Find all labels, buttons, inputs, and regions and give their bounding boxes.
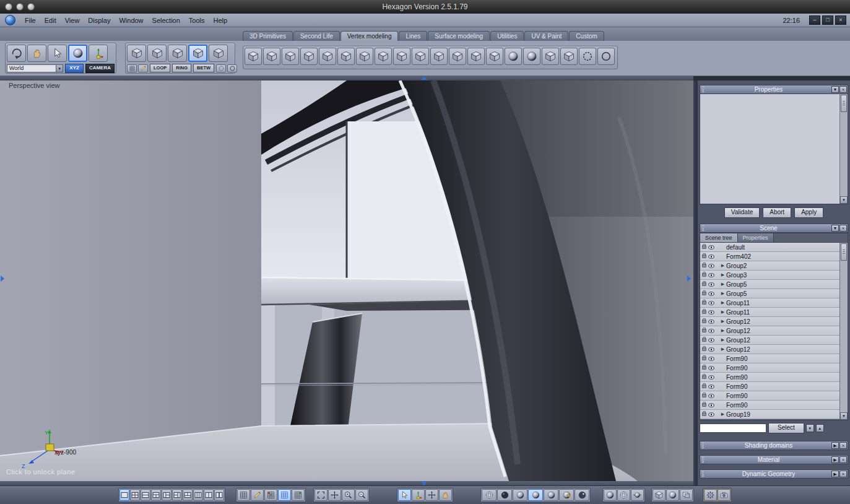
sphere-view-icon[interactable] xyxy=(68,45,87,62)
quadrangulate-tool-icon[interactable] xyxy=(542,48,559,65)
eye-icon[interactable] xyxy=(708,264,714,268)
material-shading-icon[interactable] xyxy=(559,489,574,501)
zoom-out-icon[interactable] xyxy=(355,489,368,501)
scene-tree-row[interactable]: ▶ Form402 xyxy=(700,252,839,261)
scene-tree-row[interactable]: ▶ Group12 xyxy=(700,326,839,336)
eye-icon[interactable] xyxy=(708,329,714,333)
lock-icon[interactable] xyxy=(702,245,706,249)
panel-toggle-icon[interactable] xyxy=(680,489,693,501)
zoom-in-icon[interactable] xyxy=(342,489,355,501)
area-select-icon[interactable] xyxy=(127,64,137,72)
panel-expand-icon[interactable]: ▶ xyxy=(831,442,839,449)
lock-icon[interactable] xyxy=(702,338,706,342)
expand-arrow-icon[interactable]: ▶ xyxy=(720,347,726,352)
properties-panel-header[interactable]: Properties ▼ × xyxy=(700,85,848,94)
expand-arrow-icon[interactable]: ▶ xyxy=(720,412,726,417)
menu-item[interactable]: Selection xyxy=(148,17,184,24)
eye-icon[interactable] xyxy=(708,282,714,287)
shading-domains[interactable]: Shading domains ▶ × xyxy=(700,441,848,450)
lock-icon[interactable] xyxy=(702,329,706,332)
minimize-button[interactable]: – xyxy=(809,15,820,25)
ring-selection-icon[interactable] xyxy=(227,64,237,72)
orbit-camera-icon[interactable] xyxy=(7,45,26,62)
tab-scene-tree[interactable]: Scene tree xyxy=(700,233,738,242)
properties-scroll-down-button[interactable]: ▼ xyxy=(840,196,848,204)
scene-tree-scrollbar-thumb[interactable] xyxy=(841,243,847,261)
layout-two-columns-icon[interactable] xyxy=(204,489,214,501)
eye-icon[interactable] xyxy=(708,385,714,389)
center-selection-icon[interactable] xyxy=(328,489,341,501)
smoothing-tool-icon[interactable] xyxy=(245,48,262,65)
eye-icon[interactable] xyxy=(708,319,714,324)
scene-tree-row[interactable]: ▶ Group5 xyxy=(700,289,839,298)
zoom-window-button[interactable] xyxy=(27,3,35,11)
cursor-tool-icon[interactable] xyxy=(48,45,67,62)
scene-panel-header[interactable]: Scene ▼ × xyxy=(700,224,848,233)
lock-icon[interactable] xyxy=(702,385,706,388)
menu-item[interactable]: File xyxy=(20,17,40,24)
tab-uv-paint[interactable]: UV & Paint xyxy=(524,31,568,41)
grid-display-icon[interactable] xyxy=(237,489,250,501)
eye-icon[interactable] xyxy=(708,292,714,296)
lock-icon[interactable] xyxy=(702,310,706,314)
tab-scene-properties[interactable]: Properties xyxy=(738,233,774,242)
apply-button[interactable]: Apply xyxy=(794,207,823,218)
material-display-icon[interactable] xyxy=(666,489,679,501)
dissolve-tool-icon[interactable] xyxy=(486,48,503,65)
dynamic-geometry[interactable]: Dynamic Geometry ▶ × xyxy=(700,469,848,479)
panel-expand-icon[interactable]: ▶ xyxy=(831,471,839,477)
eye-icon[interactable] xyxy=(708,347,714,352)
point-shading-icon[interactable] xyxy=(575,489,589,501)
eye-icon[interactable] xyxy=(708,375,714,380)
triangulate-tool-icon[interactable] xyxy=(523,48,540,65)
scene-tree-row[interactable]: ▶ Form90 xyxy=(700,391,839,401)
close-window-button[interactable] xyxy=(5,3,12,11)
right-panel-collapse-icon[interactable] xyxy=(687,276,691,282)
expand-arrow-icon[interactable]: ▶ xyxy=(720,310,726,315)
lock-icon[interactable] xyxy=(702,282,706,286)
scene-tree-row[interactable]: ▶ Group12 xyxy=(700,336,839,345)
layout-two-rows-icon[interactable] xyxy=(141,489,150,501)
layout-top-split-icon[interactable] xyxy=(151,489,161,501)
extract-around-tool-icon[interactable] xyxy=(300,48,318,65)
panel-close-icon[interactable]: × xyxy=(839,456,847,463)
loop-select-button[interactable]: LOOP xyxy=(150,64,170,72)
lock-icon[interactable] xyxy=(702,273,706,277)
tab-custom[interactable]: Custom xyxy=(569,31,604,41)
expand-arrow-icon[interactable]: ▶ xyxy=(720,319,726,324)
decimate-tool-icon[interactable] xyxy=(505,48,522,65)
expand-arrow-icon[interactable]: ▶ xyxy=(720,328,726,333)
camera-mode-button[interactable]: CAMERA xyxy=(85,64,115,73)
eye-icon[interactable] xyxy=(708,338,714,342)
wireframe-shading-icon[interactable] xyxy=(482,489,497,501)
close-surface-tool-icon[interactable] xyxy=(467,48,485,65)
scene-filter-input[interactable] xyxy=(700,424,766,433)
tab-second-life[interactable]: Second Life xyxy=(293,31,340,41)
perspective-viewport[interactable]: Perspective view Y Z X xyz-900 Click to … xyxy=(0,80,693,481)
eye-icon[interactable] xyxy=(708,357,714,361)
fit-view-icon[interactable] xyxy=(314,489,327,501)
scene-tree-row[interactable]: ▶ Group3 xyxy=(700,271,839,280)
select-down-icon[interactable]: ▼ xyxy=(806,424,814,432)
hidden-line-shading-icon[interactable] xyxy=(497,489,512,501)
lock-icon[interactable] xyxy=(702,412,706,416)
expand-up-icon[interactable] xyxy=(421,76,427,80)
stretch-tool-icon[interactable] xyxy=(263,48,280,65)
lock-icon[interactable] xyxy=(702,394,706,398)
copy-tool-icon[interactable] xyxy=(282,48,299,65)
tab-lines[interactable]: Lines xyxy=(399,31,427,41)
top-splitter[interactable] xyxy=(0,76,693,80)
snap-lines-icon[interactable] xyxy=(278,489,291,501)
properties-close-icon[interactable]: × xyxy=(839,86,847,93)
scene-tree-row[interactable]: ▶ Form90 xyxy=(700,373,839,382)
scene-tree-row[interactable]: ▶ Group5 xyxy=(700,280,839,289)
target-weld-tool-icon[interactable] xyxy=(412,48,429,65)
select-up-icon[interactable]: ▲ xyxy=(816,424,824,432)
validate-button[interactable]: Validate xyxy=(724,207,760,218)
scene-tree-row[interactable]: ▶ default xyxy=(700,243,839,252)
layout-four-views-icon[interactable] xyxy=(130,489,140,501)
properties-scrollbar[interactable]: ▼ xyxy=(839,94,848,204)
scene-tree-row[interactable]: ▶ Form90 xyxy=(700,382,839,391)
pan-camera-icon[interactable] xyxy=(27,45,46,62)
lock-icon[interactable] xyxy=(702,292,706,295)
